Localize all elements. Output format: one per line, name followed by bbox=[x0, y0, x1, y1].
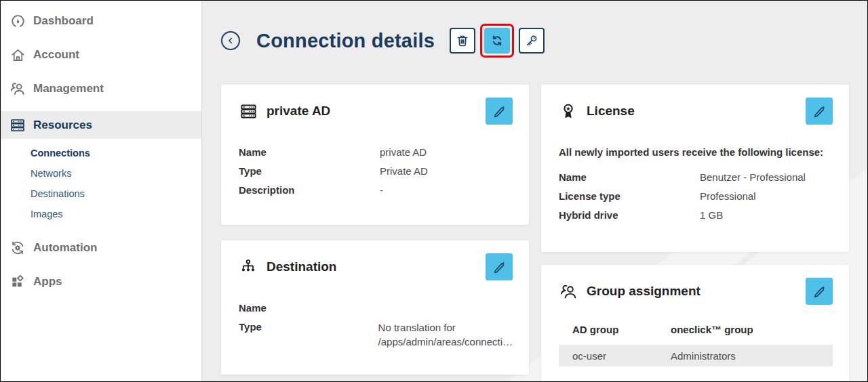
destination-card: Destination Name bbox=[221, 240, 529, 375]
sidebar-item-label: Apps bbox=[33, 275, 62, 289]
sync-button[interactable] bbox=[484, 28, 510, 54]
field-row: Name bbox=[239, 299, 513, 318]
header-actions bbox=[450, 24, 545, 58]
field-label: Name bbox=[559, 168, 700, 187]
pencil-icon bbox=[812, 104, 827, 119]
pencil-icon bbox=[492, 259, 507, 274]
field-label: Hybrid drive bbox=[559, 206, 700, 225]
edit-connection-button[interactable] bbox=[486, 98, 513, 125]
column-header-oneclick-group: oneclick™ group bbox=[671, 324, 833, 335]
sidebar-item-account[interactable]: Account bbox=[1, 38, 201, 72]
sidebar-item-networks[interactable]: Networks bbox=[31, 163, 201, 184]
edit-license-button[interactable] bbox=[806, 98, 833, 125]
gauge-icon bbox=[9, 13, 26, 29]
sidebar-item-automation[interactable]: Automation bbox=[1, 231, 201, 265]
sidebar-item-connections[interactable]: Connections bbox=[31, 143, 201, 163]
sidebar-item-label: Dashboard bbox=[33, 14, 94, 28]
sidebar: Dashboard Account Management bbox=[1, 1, 202, 381]
sync-icon bbox=[490, 33, 505, 48]
apps-grid-icon bbox=[9, 274, 26, 290]
card-title: Group assignment bbox=[587, 284, 701, 299]
field-label: Description bbox=[239, 181, 380, 200]
server-icon bbox=[239, 102, 258, 121]
sidebar-item-management[interactable]: Management bbox=[1, 72, 201, 106]
credentials-button[interactable] bbox=[519, 28, 545, 54]
license-note: All newly imported users receive the fol… bbox=[559, 143, 833, 162]
sidebar-item-label: Automation bbox=[33, 241, 97, 255]
sidebar-item-label: Management bbox=[33, 82, 104, 96]
field-row: License type Professional bbox=[559, 187, 833, 206]
table-row[interactable]: oc-user Administrators bbox=[559, 345, 833, 366]
edit-destination-button[interactable] bbox=[486, 253, 513, 280]
delete-button[interactable] bbox=[450, 28, 475, 54]
main-content: Connection details bbox=[202, 1, 867, 381]
sidebar-item-resources[interactable]: Resources bbox=[1, 111, 201, 139]
sitemap-icon bbox=[239, 257, 258, 276]
users-icon bbox=[559, 282, 578, 301]
card-title: License bbox=[587, 104, 635, 119]
group-assignment-card: Group assignment AD group oneclick™ bbox=[541, 265, 849, 381]
award-icon bbox=[559, 102, 578, 121]
field-label: License type bbox=[559, 187, 700, 206]
key-icon bbox=[524, 33, 539, 48]
field-row: Type Private AD bbox=[239, 162, 513, 181]
connection-card: private AD Name private AD bbox=[221, 85, 529, 225]
field-value: private AD bbox=[380, 143, 427, 162]
automation-icon bbox=[9, 240, 26, 256]
sidebar-item-label: Account bbox=[33, 48, 79, 62]
field-row: Hybrid drive 1 GB bbox=[559, 206, 833, 225]
field-value: No translation for /apps/admin/areas/con… bbox=[378, 318, 513, 349]
cards-grid: private AD Name private AD bbox=[221, 85, 849, 381]
resources-subnav: Connections Networks Destinations Images bbox=[1, 139, 201, 224]
highlight-annotation bbox=[480, 24, 514, 58]
users-icon bbox=[9, 81, 26, 97]
pencil-icon bbox=[812, 284, 827, 299]
sidebar-item-label: Resources bbox=[33, 119, 92, 132]
field-value-line: /apps/admin/areas/connecti… bbox=[378, 335, 513, 349]
group-table-header: AD group oneclick™ group bbox=[559, 320, 833, 339]
license-card: License All newly imported users receive… bbox=[541, 85, 849, 252]
server-icon bbox=[9, 117, 26, 133]
field-row: Type No translation for /apps/admin/area… bbox=[239, 318, 513, 349]
field-label: Name bbox=[239, 299, 380, 318]
field-row: Name Benutzer - Professional bbox=[559, 168, 833, 187]
sidebar-item-apps[interactable]: Apps bbox=[1, 265, 201, 299]
edit-groups-button[interactable] bbox=[806, 278, 833, 305]
field-value: Benutzer - Professional bbox=[700, 168, 806, 187]
page-header: Connection details bbox=[221, 26, 849, 55]
field-row: Name private AD bbox=[239, 143, 513, 162]
chevron-left-icon bbox=[226, 36, 235, 45]
card-title: Destination bbox=[267, 259, 336, 274]
field-label: Name bbox=[239, 143, 380, 162]
group-table: AD group oneclick™ group oc-user Adminis… bbox=[559, 320, 833, 366]
column-header-ad-group: AD group bbox=[559, 324, 671, 335]
field-value: - bbox=[380, 181, 383, 200]
cell-oneclick-group: Administrators bbox=[671, 350, 833, 362]
trash-icon bbox=[455, 33, 470, 48]
field-label: Type bbox=[239, 318, 378, 337]
sidebar-item-destinations[interactable]: Destinations bbox=[31, 184, 201, 204]
cell-ad-group: oc-user bbox=[559, 350, 671, 362]
back-button[interactable] bbox=[221, 31, 240, 50]
field-value-line: No translation for bbox=[378, 320, 513, 335]
field-label: Type bbox=[239, 162, 380, 181]
page-title: Connection details bbox=[256, 30, 435, 52]
field-row: Description - bbox=[239, 181, 513, 200]
pencil-icon bbox=[492, 104, 507, 119]
home-icon bbox=[9, 47, 26, 63]
field-value: 1 GB bbox=[700, 206, 723, 225]
field-value: Private AD bbox=[380, 162, 428, 181]
sidebar-item-images[interactable]: Images bbox=[31, 204, 201, 224]
card-title: private AD bbox=[267, 104, 330, 119]
sidebar-item-dashboard[interactable]: Dashboard bbox=[1, 4, 201, 38]
field-value: Professional bbox=[700, 187, 756, 206]
